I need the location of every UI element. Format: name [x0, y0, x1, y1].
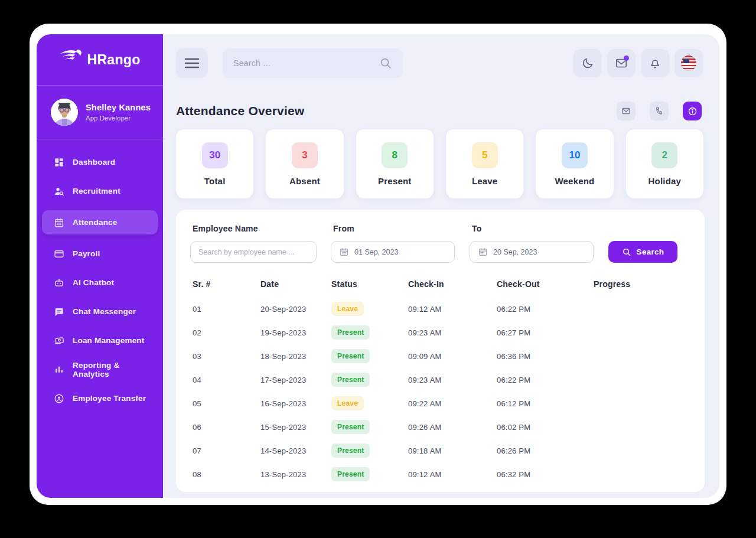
cell-status: Present	[331, 420, 408, 434]
cell-date: 13-Sep-2023	[260, 470, 331, 479]
hamburger-icon	[184, 57, 200, 69]
cell-date: 19-Sep-2023	[260, 328, 331, 337]
cell-status: Present	[331, 325, 408, 340]
stat-card-absent: 3Absent	[266, 129, 343, 198]
table-row: 0615-Sep-2023Present09:26 AM06:02 PM	[176, 415, 705, 439]
stats-row: 30Total3Absent8Present5Leave10Weekend2Ho…	[176, 129, 703, 198]
sidebar-item-label: Chat Messenger	[73, 307, 136, 316]
cell-sr: 05	[193, 399, 260, 408]
cell-check-out: 06:12 PM	[497, 399, 594, 408]
email-action-button[interactable]	[617, 102, 636, 120]
info-action-button[interactable]	[683, 102, 702, 120]
sidebar: HRango Shelley Kannes	[37, 34, 163, 498]
cell-check-in: 09:09 AM	[408, 352, 497, 361]
dashboard-icon	[54, 157, 64, 168]
cell-sr: 02	[193, 328, 260, 337]
cell-status: Present	[331, 349, 408, 363]
stat-value: 2	[651, 142, 677, 168]
sidebar-item-loan-management[interactable]: Loan Management	[42, 326, 158, 355]
topbar-actions	[573, 49, 703, 77]
sidebar-item-attendance[interactable]: Attendance	[42, 210, 158, 234]
stat-value: 10	[562, 142, 588, 168]
cell-sr: 08	[193, 470, 260, 479]
sidebar-item-ai-chatbot[interactable]: AI Chatbot	[42, 268, 158, 297]
cell-status: Present	[331, 373, 408, 387]
cell-date: 16-Sep-2023	[260, 399, 331, 408]
stat-label: Total	[204, 176, 226, 186]
employee-name-input[interactable]	[198, 248, 308, 256]
cell-check-in: 09:23 AM	[408, 376, 497, 384]
bell-icon	[649, 57, 662, 70]
cell-check-in: 09:23 AM	[408, 328, 497, 337]
attendance-calendar-icon	[54, 217, 64, 228]
column-header-status: Status	[331, 279, 408, 289]
cell-check-in: 09:26 AM	[408, 423, 497, 432]
filters-bar: Employee Name From	[190, 224, 677, 263]
sidebar-item-recruitment[interactable]: Recruitment	[42, 177, 158, 206]
cell-check-out: 06:02 PM	[497, 423, 594, 432]
menu-toggle-button[interactable]	[176, 48, 208, 78]
column-header-date: Date	[260, 279, 331, 289]
cell-check-out: 06:32 PM	[497, 470, 594, 479]
search-input[interactable]	[233, 58, 373, 68]
column-header-progress: Progress	[594, 279, 684, 289]
column-header-checkin: Check-In	[408, 279, 497, 289]
language-selector-button[interactable]	[674, 49, 703, 77]
user-name: Shelley Kannes	[86, 103, 151, 112]
sidebar-item-dashboard[interactable]: Dashboard	[42, 148, 158, 177]
sidebar-item-payroll[interactable]: Payroll	[42, 239, 158, 268]
call-action-button[interactable]	[650, 102, 669, 120]
sidebar-item-label: Employee Transfer	[73, 394, 146, 403]
status-badge: Leave	[331, 396, 364, 410]
bar-chart-icon	[54, 364, 64, 375]
status-badge: Present	[331, 467, 370, 481]
sidebar-nav: DashboardRecruitmentAttendancePayrollAI …	[37, 139, 163, 413]
status-badge: Present	[331, 373, 370, 387]
from-date-value: 01 Sep, 2023	[354, 248, 398, 256]
sidebar-item-employee-transfer[interactable]: Employee Transfer	[42, 384, 158, 413]
main-area: Attendance Overview	[163, 34, 719, 498]
cell-check-in: 09:22 AM	[408, 399, 497, 408]
table-body: 0120-Sep-2023Leave09:12 AM06:22 PM0219-S…	[176, 297, 705, 486]
to-date-value: 20 Sep, 2023	[493, 248, 537, 256]
cell-check-out: 06:22 PM	[497, 305, 594, 314]
messages-button[interactable]	[607, 49, 636, 77]
cell-date: 14-Sep-2023	[260, 446, 331, 455]
mail-icon	[621, 106, 631, 116]
cell-check-in: 09:12 AM	[408, 470, 497, 479]
sidebar-item-label: Recruitment	[73, 187, 120, 195]
from-date-field[interactable]: 01 Sep, 2023	[331, 241, 455, 263]
user-profile[interactable]: Shelley Kannes App Developer	[37, 86, 163, 139]
header-actions	[617, 102, 702, 120]
cell-sr: 01	[193, 305, 260, 314]
search-button[interactable]: Search	[608, 241, 677, 263]
cell-sr: 07	[193, 446, 260, 455]
to-date-field[interactable]: 20 Sep, 2023	[470, 241, 594, 263]
table-row: 0417-Sep-2023Present09:23 AM06:22 PM	[176, 368, 705, 392]
cell-check-out: 06:22 PM	[497, 376, 594, 384]
info-icon	[687, 106, 698, 116]
stat-label: Present	[378, 176, 411, 186]
stat-value: 8	[382, 142, 408, 168]
search-icon	[622, 247, 631, 257]
cell-status: Leave	[331, 302, 408, 316]
attendance-table: Sr. # Date Status Check-In Check-Out Pro…	[176, 271, 705, 486]
dark-mode-button[interactable]	[573, 49, 602, 77]
notifications-button[interactable]	[641, 49, 669, 77]
global-search[interactable]	[223, 48, 403, 78]
calendar-icon	[339, 247, 349, 257]
sidebar-item-label: Payroll	[73, 249, 100, 258]
cell-check-out: 06:36 PM	[497, 352, 594, 361]
cell-check-in: 09:18 AM	[408, 446, 497, 455]
stat-value: 5	[472, 142, 498, 168]
sidebar-item-chat-messenger[interactable]: Chat Messenger	[42, 297, 158, 326]
topbar	[176, 48, 703, 78]
stat-label: Leave	[472, 176, 498, 186]
app-title: HRango	[87, 52, 141, 68]
sidebar-item-reporting-analytics[interactable]: Reporting & Analytics	[42, 355, 158, 384]
status-badge: Present	[331, 420, 370, 434]
employee-name-field[interactable]	[190, 241, 317, 263]
cell-sr: 03	[193, 352, 260, 361]
pegasus-wing-logo-icon	[60, 48, 86, 66]
stat-card-leave: 5Leave	[446, 129, 523, 198]
